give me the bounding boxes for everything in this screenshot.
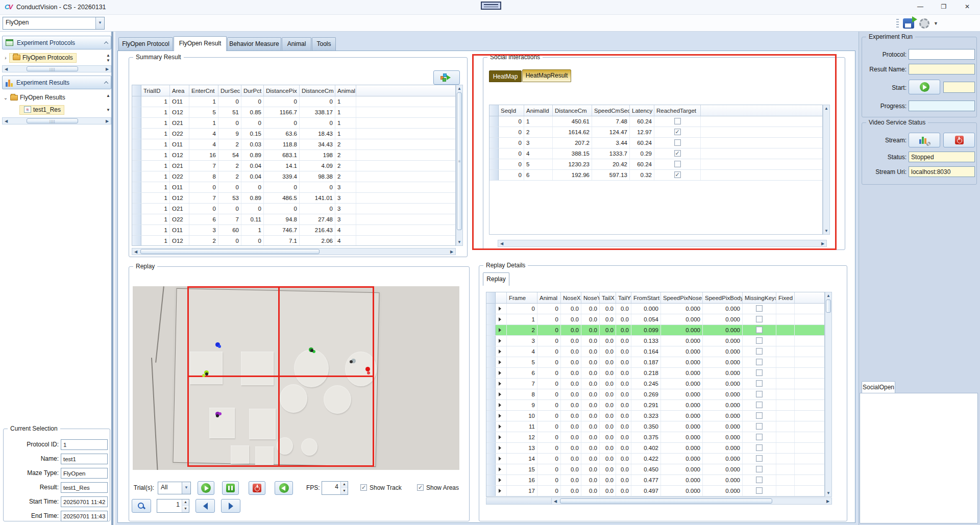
maze-type-select[interactable]: FlyOpen ▼ — [3, 17, 105, 30]
checkbox-icon[interactable] — [756, 402, 763, 408]
checkbox-icon[interactable] — [756, 391, 763, 397]
row-expander-icon[interactable] — [499, 424, 501, 429]
trial-select[interactable]: All ▼ — [158, 482, 191, 494]
column-header[interactable]: DistanceCm — [553, 105, 592, 116]
table-row[interactable]: 1O113601746.7216.434 — [132, 225, 455, 236]
table-row[interactable]: 400.00.00.00.00.1640.0000.000 — [486, 346, 824, 357]
checkbox-icon[interactable] — [756, 444, 763, 451]
table-row[interactable]: 1O22490.1563.618.431 — [132, 129, 455, 139]
checkbox-icon[interactable] — [756, 327, 763, 333]
table-row[interactable]: 1O122007.12.064 — [132, 236, 455, 246]
replay-details-vscrollbar[interactable]: ▲ ▼ — [825, 292, 832, 497]
selection-field-value[interactable]: 1 — [61, 439, 108, 450]
export-button[interactable] — [433, 70, 460, 85]
column-header[interactable]: Animal — [335, 85, 356, 96]
row-expander-icon[interactable] — [499, 478, 501, 482]
table-row[interactable]: 1600.00.00.00.00.4770.0000.000 — [486, 475, 824, 486]
restart-button[interactable] — [275, 481, 293, 495]
table-row[interactable]: 1O11000003 — [132, 182, 455, 193]
selection-field-value[interactable]: test1 — [61, 454, 108, 464]
scroll-up-icon[interactable]: ▲ — [825, 293, 831, 298]
tab-flyopen-result[interactable]: FlyOpen Result — [174, 36, 227, 51]
row-expander-icon[interactable] — [499, 414, 501, 418]
scroll-up-icon[interactable]: ▲ — [456, 86, 462, 91]
column-header[interactable]: AnimalId — [524, 105, 553, 116]
table-row[interactable]: 1O22670.1194.827.483 — [132, 214, 455, 225]
checkbox-icon[interactable] — [674, 150, 681, 157]
sidebar-header-protocols[interactable]: Experiment Protocols — [2, 36, 111, 49]
table-row[interactable]: 100.00.00.00.00.0540.0000.000 — [486, 314, 824, 325]
tree-expander-icon[interactable]: › — [2, 55, 9, 61]
table-row[interactable]: 06192.96597.130.32 — [489, 170, 822, 181]
column-header[interactable]: ReachedTarget — [654, 105, 701, 116]
chevron-down-icon[interactable]: ▼ — [95, 17, 104, 29]
tab-tools[interactable]: Tools — [312, 37, 336, 51]
scroll-right-icon[interactable]: ▶ — [819, 241, 826, 246]
row-expander-icon[interactable] — [499, 339, 501, 343]
table-row[interactable]: 1O127530.89486.5141.013 — [132, 193, 455, 204]
column-header[interactable]: DurPct — [241, 85, 264, 96]
table-row[interactable]: 900.00.00.00.00.2910.0000.000 — [486, 400, 824, 411]
tab-flyopen-protocol[interactable]: FlyOpen Protocol — [118, 37, 173, 51]
stop-button[interactable] — [249, 481, 265, 495]
column-header[interactable]: Frame — [507, 292, 537, 303]
spin-arrows-icon[interactable]: ▲▼ — [182, 499, 189, 512]
column-header[interactable]: SpeedPixNose — [661, 292, 703, 303]
checkbox-icon[interactable] — [674, 161, 681, 167]
checkbox-icon[interactable] — [674, 118, 681, 124]
frame-spinner[interactable]: 1 ▲▼ — [157, 499, 189, 513]
show-areas-checkbox[interactable]: Show Areas — [417, 484, 459, 491]
column-header[interactable]: DurSec — [218, 85, 241, 96]
social-vscrollbar[interactable]: ▲ ▼ — [823, 105, 830, 235]
column-header[interactable]: EnterCnt — [189, 85, 218, 96]
scroll-down-icon[interactable]: ▼ — [456, 240, 462, 244]
column-header[interactable]: Area — [170, 85, 189, 96]
dock-preview-widget[interactable] — [481, 2, 501, 10]
scrollbar-thumb[interactable] — [826, 299, 831, 313]
sidebar-hscrollbar[interactable]: ◀ |||| ▶ — [2, 117, 111, 124]
table-row[interactable]: 1500.00.00.00.00.4500.0000.000 — [486, 464, 824, 475]
fps-spinner[interactable]: 4 ▲▼ — [322, 481, 348, 495]
tree-scroll-arrows[interactable]: ▲ — [106, 94, 110, 97]
tab-heatmapresult[interactable]: HeatMapResult — [522, 69, 571, 82]
checkbox-icon[interactable] — [756, 434, 763, 440]
table-row[interactable]: 1000.00.00.00.00.3230.0000.000 — [486, 411, 824, 421]
table-row[interactable]: 1700.00.00.00.00.4970.0000.000 — [486, 486, 824, 496]
table-row[interactable]: 04388.151333.70.29 — [489, 148, 822, 159]
table-row[interactable]: 1O11420.03118.834.432 — [132, 139, 455, 150]
scrollbar-thumb[interactable] — [560, 498, 772, 504]
scroll-down-icon[interactable]: ▼ — [823, 229, 829, 233]
scroll-right-icon[interactable]: ▶ — [104, 67, 111, 71]
tree-scroll-arrows[interactable]: ▼ — [106, 108, 110, 112]
scroll-left-icon[interactable]: ◀ — [498, 241, 505, 246]
start-button[interactable] — [909, 80, 940, 94]
table-row[interactable]: 1O22820.04339.498.382 — [132, 171, 455, 182]
close-button[interactable]: ✕ — [959, 1, 976, 12]
settings-gear-icon[interactable] — [919, 18, 929, 29]
table-row[interactable]: 300.00.00.00.00.1330.0000.000 — [486, 336, 824, 346]
checkbox-icon[interactable] — [756, 466, 763, 472]
collapse-chevron-icon[interactable] — [104, 41, 108, 45]
replay-details-hscrollbar[interactable]: ◀ ▶ — [486, 497, 832, 505]
replay-details-table[interactable]: FrameAnimalNoseXNoseYTailXTailYFromStart… — [486, 292, 825, 497]
stream-power-button[interactable] — [943, 133, 975, 147]
row-expander-icon[interactable] — [499, 328, 501, 332]
scroll-left-icon[interactable]: ◀ — [3, 67, 10, 71]
table-row[interactable]: 021614.62124.4712.97 — [489, 127, 822, 138]
selection-field-value[interactable]: FlyOpen — [61, 468, 108, 479]
checkbox-icon[interactable] — [756, 477, 763, 483]
table-row[interactable]: 1O1216540.89683.11982 — [132, 150, 455, 161]
tab-animal[interactable]: Animal — [282, 37, 311, 51]
checkbox-icon[interactable] — [756, 380, 763, 387]
checkbox-icon[interactable] — [756, 455, 763, 462]
checkbox-icon[interactable] — [756, 316, 763, 322]
pause-button[interactable] — [222, 481, 239, 495]
scroll-left-icon[interactable]: ◀ — [552, 499, 559, 504]
result-name-input[interactable] — [909, 64, 975, 74]
summary-vscrollbar[interactable]: ▲ ≡ ▼ — [456, 85, 463, 246]
sidebar-item-flyopen-protocols[interactable]: › FlyOpen Protocols ▲▼ — [2, 52, 111, 63]
next-frame-button[interactable] — [221, 499, 240, 513]
scroll-down-icon[interactable]: ▼ — [825, 491, 831, 495]
table-row[interactable]: 1O21000003 — [132, 204, 455, 214]
table-row[interactable]: 700.00.00.00.00.2450.0000.000 — [486, 379, 824, 389]
